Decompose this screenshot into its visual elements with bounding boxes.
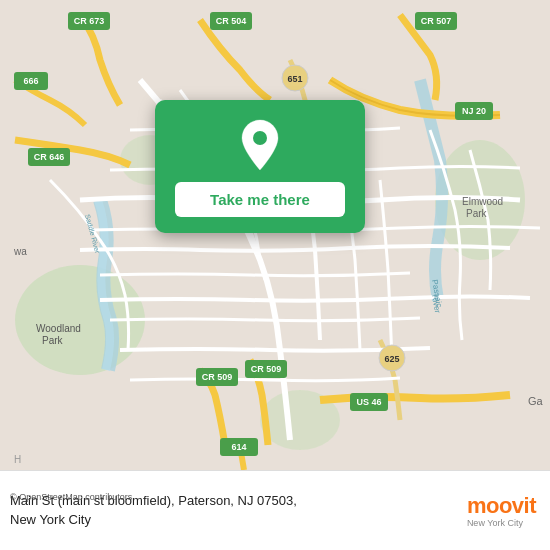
svg-text:666: 666: [23, 76, 38, 86]
bottom-bar: © OpenStreetMap contributors Main St (ma…: [0, 470, 550, 550]
svg-text:CR 509: CR 509: [202, 372, 233, 382]
svg-text:CR 646: CR 646: [34, 152, 65, 162]
svg-text:651: 651: [287, 74, 302, 84]
map-container: CR 673 CR 504 CR 507 651 NJ 20 CR 646 66…: [0, 0, 550, 470]
svg-text:CR 673: CR 673: [74, 16, 105, 26]
svg-point-40: [253, 131, 267, 145]
address-line2: New York City: [10, 511, 457, 529]
take-me-there-button[interactable]: Take me there: [175, 182, 345, 217]
moovit-brand-text: moovit: [467, 493, 536, 519]
location-card: Take me there: [155, 100, 365, 233]
svg-text:CR 509: CR 509: [251, 364, 282, 374]
svg-text:Park: Park: [466, 208, 488, 219]
svg-text:CR 507: CR 507: [421, 16, 452, 26]
svg-text:Elmwood: Elmwood: [462, 196, 503, 207]
svg-text:Woodland: Woodland: [36, 323, 81, 334]
svg-text:wa: wa: [13, 246, 27, 257]
svg-text:Park: Park: [42, 335, 64, 346]
svg-text:614: 614: [231, 442, 246, 452]
map-pin-icon: [237, 118, 283, 172]
svg-text:H: H: [14, 454, 21, 465]
svg-text:NJ 20: NJ 20: [462, 106, 486, 116]
svg-text:US 46: US 46: [356, 397, 381, 407]
svg-text:CR 504: CR 504: [216, 16, 247, 26]
address-section: © OpenStreetMap contributors Main St (ma…: [10, 492, 457, 528]
moovit-logo: moovit New York City: [467, 493, 536, 529]
map-svg: CR 673 CR 504 CR 507 651 NJ 20 CR 646 66…: [0, 0, 550, 470]
moovit-subtitle: New York City: [467, 519, 523, 529]
svg-text:Ga: Ga: [528, 395, 544, 407]
osm-attribution: © OpenStreetMap contributors: [10, 492, 132, 502]
svg-text:625: 625: [384, 354, 399, 364]
